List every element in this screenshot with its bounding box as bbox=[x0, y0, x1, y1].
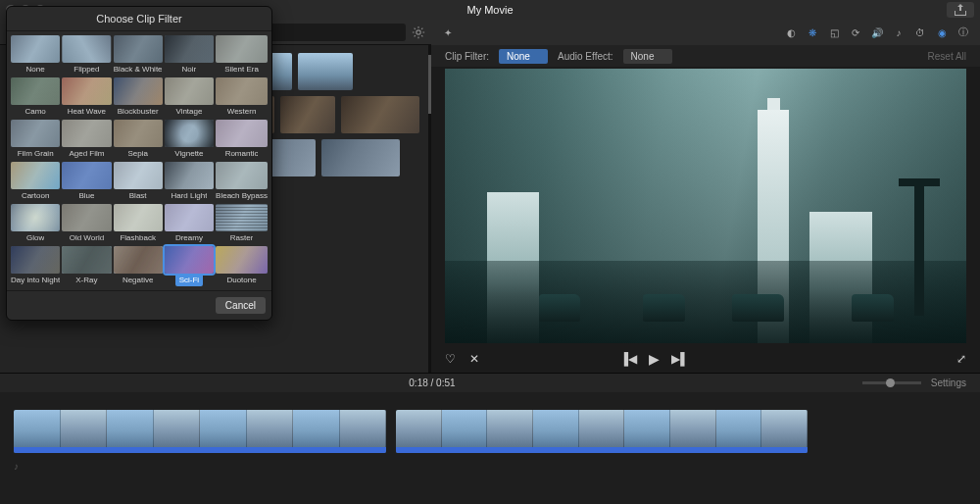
clip-filter-value[interactable]: None bbox=[499, 49, 548, 64]
color-balance-button[interactable]: ◐ bbox=[784, 25, 798, 39]
filter-option-noir[interactable]: Noir bbox=[165, 35, 214, 76]
stabilize-button[interactable]: ⟳ bbox=[849, 25, 862, 39]
filter-option-sci-fi[interactable]: Sci-Fi bbox=[165, 246, 214, 286]
favorite-button[interactable]: ♡ bbox=[445, 352, 456, 366]
filter-option-heat-wave[interactable]: Heat Wave bbox=[62, 77, 111, 118]
filter-thumb bbox=[11, 77, 60, 105]
filter-label: Bleach Bypass bbox=[216, 189, 268, 202]
filter-option-none[interactable]: None bbox=[11, 35, 60, 76]
filter-thumb bbox=[216, 120, 268, 147]
filter-thumb bbox=[165, 77, 214, 105]
filter-thumb bbox=[114, 120, 163, 147]
filter-label: Negative bbox=[122, 274, 154, 286]
filter-thumb bbox=[165, 246, 214, 274]
filter-option-vignette[interactable]: Vignette bbox=[165, 120, 214, 160]
viewer: ✦ ◐ ❋ ◱ ⟳ 🔊 ♪ ⏱ ◉ ⓘ Clip Filter: None Au… bbox=[431, 20, 980, 373]
timeline-header: 0:18 / 0:51 Settings bbox=[0, 373, 980, 392]
next-button[interactable]: ▶▌ bbox=[671, 352, 689, 366]
filter-option-dreamy[interactable]: Dreamy bbox=[165, 204, 214, 244]
filter-thumb bbox=[216, 77, 268, 105]
filter-option-film-grain[interactable]: Film Grain bbox=[11, 120, 60, 160]
filter-option-negative[interactable]: Negative bbox=[114, 246, 163, 286]
filter-option-sepia[interactable]: Sepia bbox=[114, 120, 163, 160]
filter-option-vintage[interactable]: Vintage bbox=[165, 77, 214, 118]
filter-label: Vintage bbox=[175, 105, 202, 118]
filter-option-bleach-bypass[interactable]: Bleach Bypass bbox=[216, 162, 268, 202]
filter-option-romantic[interactable]: Romantic bbox=[216, 120, 268, 160]
filter-thumb bbox=[216, 162, 268, 189]
filter-thumb bbox=[165, 162, 214, 189]
filter-option-duotone[interactable]: Duotone bbox=[216, 246, 268, 286]
filter-label: Blast bbox=[129, 189, 147, 202]
filter-option-cartoon[interactable]: Cartoon bbox=[11, 162, 60, 202]
time-readout: 0:18 / 0:51 bbox=[409, 378, 455, 388]
clip-filter-button[interactable]: ◉ bbox=[935, 25, 949, 39]
timeline-clip[interactable] bbox=[396, 410, 808, 453]
zoom-slider[interactable] bbox=[862, 381, 921, 384]
audio-track[interactable]: ♪ bbox=[14, 459, 966, 473]
browser-scrollbar[interactable] bbox=[428, 45, 431, 373]
filter-label: Camo bbox=[24, 105, 45, 118]
timeline-clip[interactable] bbox=[14, 410, 386, 453]
filter-option-aged-film[interactable]: Aged Film bbox=[62, 120, 111, 160]
filter-label: Cartoon bbox=[22, 189, 49, 202]
filter-label: Flipped bbox=[74, 63, 99, 76]
prev-button[interactable]: ▐◀ bbox=[620, 352, 638, 366]
filter-option-black-white[interactable]: Black & White bbox=[114, 35, 163, 76]
reject-button[interactable]: ✕ bbox=[469, 352, 479, 366]
volume-button[interactable]: 🔊 bbox=[870, 25, 884, 39]
filter-option-blast[interactable]: Blast bbox=[114, 162, 163, 202]
filter-label: Glow bbox=[26, 231, 44, 244]
filter-label: Hard Light bbox=[171, 189, 207, 202]
filter-option-old-world[interactable]: Old World bbox=[62, 204, 111, 244]
filter-option-glow[interactable]: Glow bbox=[11, 204, 60, 244]
timeline[interactable]: ♪ bbox=[0, 392, 980, 504]
info-button[interactable]: ⓘ bbox=[956, 25, 970, 39]
gear-icon bbox=[412, 25, 425, 39]
filter-label: Dreamy bbox=[175, 231, 203, 244]
share-button[interactable] bbox=[947, 2, 974, 18]
filter-label: Noir bbox=[182, 63, 197, 76]
filter-option-camo[interactable]: Camo bbox=[11, 77, 60, 118]
filter-label: Film Grain bbox=[18, 147, 54, 160]
magic-wand-button[interactable]: ✦ bbox=[441, 25, 455, 39]
noise-reduce-button[interactable]: ♪ bbox=[892, 25, 906, 39]
play-button[interactable]: ▶ bbox=[649, 351, 660, 367]
filter-label: Western bbox=[227, 105, 257, 118]
speed-button[interactable]: ⏱ bbox=[913, 25, 927, 39]
timeline-settings-button[interactable]: Settings bbox=[931, 378, 966, 388]
filter-thumb bbox=[114, 246, 163, 274]
filter-label: Duotone bbox=[226, 274, 256, 286]
browser-settings-button[interactable] bbox=[412, 25, 425, 39]
filter-option-western[interactable]: Western bbox=[216, 77, 268, 118]
fullscreen-button[interactable]: ⤢ bbox=[956, 352, 966, 366]
filter-option-flipped[interactable]: Flipped bbox=[62, 35, 111, 76]
filter-thumb bbox=[11, 246, 60, 274]
filter-option-silent-era[interactable]: Silent Era bbox=[216, 35, 268, 76]
reset-all-button[interactable]: Reset All bbox=[928, 51, 966, 62]
filter-label: Sci-Fi bbox=[175, 274, 203, 286]
filter-thumb bbox=[62, 162, 111, 189]
filter-thumb bbox=[216, 246, 268, 274]
clip-thumb[interactable] bbox=[280, 96, 335, 133]
clip-thumb[interactable] bbox=[321, 139, 400, 176]
filter-label: Heat Wave bbox=[68, 105, 106, 118]
filter-option-day-into-night[interactable]: Day into Night bbox=[11, 246, 60, 286]
filter-label: Vignette bbox=[174, 147, 203, 160]
filter-label: Old World bbox=[70, 231, 104, 244]
audio-effect-value[interactable]: None bbox=[623, 49, 672, 64]
color-wheel-button[interactable]: ❋ bbox=[806, 25, 819, 39]
filter-option-blue[interactable]: Blue bbox=[62, 162, 111, 202]
clip-thumb[interactable] bbox=[341, 96, 419, 133]
clip-thumb[interactable] bbox=[298, 53, 353, 90]
filter-option-raster[interactable]: Raster bbox=[216, 204, 268, 244]
cancel-button[interactable]: Cancel bbox=[216, 297, 266, 314]
filter-option-hard-light[interactable]: Hard Light bbox=[165, 162, 214, 202]
filter-thumb bbox=[11, 120, 60, 147]
filter-label: Blue bbox=[78, 189, 94, 202]
filter-option-x-ray[interactable]: X-Ray bbox=[62, 246, 111, 286]
crop-button[interactable]: ◱ bbox=[827, 25, 841, 39]
filter-option-blockbuster[interactable]: Blockbuster bbox=[114, 77, 163, 118]
filter-label: Day into Night bbox=[11, 274, 60, 286]
filter-option-flashback[interactable]: Flashback bbox=[114, 204, 163, 244]
